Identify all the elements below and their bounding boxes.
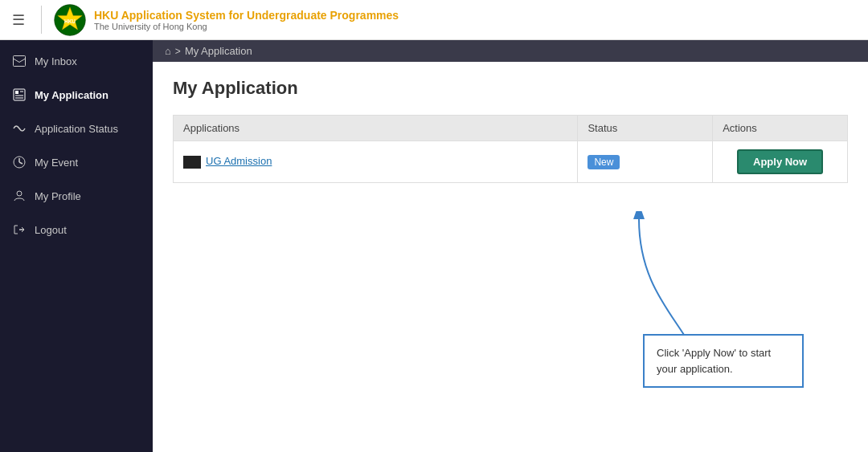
sidebar-icon-my-event xyxy=(12,155,27,169)
col-header-status: Status xyxy=(578,116,713,141)
sidebar-item-my-inbox[interactable]: My Inbox xyxy=(0,44,153,78)
sidebar-label-my-application: My Application xyxy=(35,89,108,101)
cell-actions: Apply Now xyxy=(713,141,848,183)
breadcrumb-bar: ⌂ > My Application xyxy=(153,40,868,62)
hamburger-icon[interactable]: ☰ xyxy=(8,11,29,29)
sidebar-item-my-event[interactable]: My Event xyxy=(0,145,153,179)
hku-logo: HKU xyxy=(54,4,86,36)
svg-rect-5 xyxy=(15,91,18,94)
main-layout: My InboxMy ApplicationApplication Status… xyxy=(0,40,868,452)
cell-status: New xyxy=(578,141,713,183)
sidebar-item-logout[interactable]: Logout xyxy=(0,213,153,246)
sidebar-item-my-profile[interactable]: My Profile xyxy=(0,179,153,213)
applications-table: Applications Status Actions UG Admission… xyxy=(173,115,848,183)
sidebar-label-application-status: Application Status xyxy=(35,123,118,135)
status-badge: New xyxy=(588,155,620,169)
sidebar-item-application-status[interactable]: Application Status xyxy=(0,112,153,145)
apply-now-button[interactable]: Apply Now xyxy=(737,149,823,174)
breadcrumb-current: My Application xyxy=(185,45,252,57)
header-title: HKU Application System for Undergraduate… xyxy=(94,9,399,22)
sidebar-icon-my-profile xyxy=(12,189,27,203)
col-header-actions: Actions xyxy=(713,116,848,141)
app-icon xyxy=(183,156,201,169)
sidebar-item-my-application[interactable]: My Application xyxy=(0,78,153,112)
breadcrumb-home-icon[interactable]: ⌂ xyxy=(165,45,171,57)
header-title-block: HKU Application System for Undergraduate… xyxy=(94,9,399,31)
annotation-arrow xyxy=(631,211,727,396)
sidebar-label-my-inbox: My Inbox xyxy=(35,55,77,67)
header-subtitle: The University of Hong Kong xyxy=(94,22,399,31)
col-header-applications: Applications xyxy=(174,116,578,141)
sidebar-icon-logout xyxy=(12,222,27,237)
svg-point-12 xyxy=(17,191,22,196)
cell-application-name: UG Admission xyxy=(174,141,578,183)
sidebar: My InboxMy ApplicationApplication Status… xyxy=(0,40,153,452)
sidebar-label-my-profile: My Profile xyxy=(35,190,81,202)
page-title: My Application xyxy=(173,78,848,99)
svg-rect-3 xyxy=(14,56,26,67)
content-area: ⌂ > My Application My Application Applic… xyxy=(153,40,868,452)
sidebar-icon-my-application xyxy=(12,88,27,102)
sidebar-label-my-event: My Event xyxy=(35,157,78,169)
annotation-tooltip: Click 'Apply Now' to start your applicat… xyxy=(643,334,804,388)
annotation-text: Click 'Apply Now' to start your applicat… xyxy=(657,347,771,375)
table-row: UG AdmissionNewApply Now xyxy=(174,141,848,183)
sidebar-icon-application-status xyxy=(12,121,27,136)
svg-text:HKU: HKU xyxy=(64,18,76,24)
breadcrumb-separator: > xyxy=(175,46,181,57)
top-header: ☰ HKU HKU Application System for Undergr… xyxy=(0,0,868,40)
header-divider xyxy=(41,6,42,34)
content-body: My Application Applications Status Actio… xyxy=(153,62,868,452)
sidebar-label-logout: Logout xyxy=(35,224,67,236)
sidebar-icon-my-inbox xyxy=(12,54,27,68)
application-link[interactable]: UG Admission xyxy=(206,155,272,167)
svg-line-11 xyxy=(19,162,23,164)
